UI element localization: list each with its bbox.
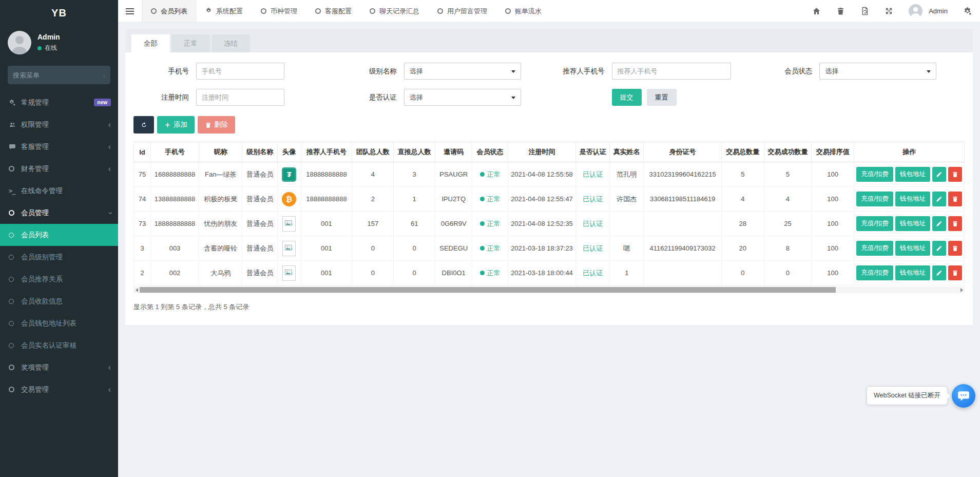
delete-button[interactable] — [948, 167, 962, 182]
fullscreen-icon[interactable] — [885, 7, 893, 15]
clear-cache-icon[interactable] — [860, 7, 869, 15]
tab-chat-logs[interactable]: 聊天记录汇总 — [361, 0, 429, 22]
sidebar-item-general[interactable]: 常规管理new — [0, 91, 118, 113]
cell-referrer: 001 — [301, 236, 352, 261]
tab-coin-mgmt[interactable]: 币种管理 — [252, 0, 306, 22]
top-nav-tabs: 会员列表系统配置币种管理客服配置聊天记录汇总用户留言管理账单流水 — [142, 0, 551, 22]
sidebar-item-finance[interactable]: 财务管理‹ — [0, 158, 118, 180]
referrer-input[interactable] — [612, 63, 731, 80]
sidebar-item-member-kyc[interactable]: 会员实名认证审核 — [0, 334, 118, 356]
verified-badge: 已认证 — [583, 244, 603, 252]
filter-tab-all[interactable]: 全部 — [131, 34, 170, 52]
cogs-icon — [9, 99, 21, 106]
status-badge: 正常 — [480, 219, 501, 228]
sidebar-item-members[interactable]: 会员管理‹ — [0, 202, 118, 224]
sidebar-item-customer-service[interactable]: 客服管理‹ — [0, 136, 118, 158]
sidebar-item-member-wallet[interactable]: 会员钱包地址列表 — [0, 312, 118, 334]
cell-avatar: ₮ — [277, 162, 301, 187]
sidebar-item-member-level[interactable]: 会员级别管理 — [0, 246, 118, 268]
delete-button[interactable] — [948, 241, 962, 256]
wallet-address-button[interactable]: 钱包地址 — [895, 167, 930, 182]
column-header: 交易成功数量 — [764, 142, 811, 162]
chevron-left-icon: ‹ — [108, 143, 111, 151]
sidebar-search-input[interactable] — [13, 71, 103, 79]
scroll-right-arrow[interactable] — [958, 287, 965, 293]
delete-button[interactable] — [948, 265, 962, 280]
edit-button[interactable] — [932, 241, 946, 256]
sidebar-item-member-referral[interactable]: 会员推荐关系 — [0, 268, 118, 290]
pencil-icon — [936, 220, 943, 227]
main-area: 会员列表系统配置币种管理客服配置聊天记录汇总用户留言管理账单流水 Admin 全… — [118, 0, 980, 477]
wallet-address-button[interactable]: 钱包地址 — [895, 265, 930, 280]
edit-button[interactable] — [932, 192, 946, 206]
tab-billing-flow[interactable]: 账单流水 — [496, 0, 551, 22]
cell-idcard: 411621199409173032 — [644, 236, 721, 261]
status-dot — [480, 172, 485, 177]
sidebar-item-trade[interactable]: 交易管理‹ — [0, 378, 118, 400]
app-logo: YB — [0, 0, 118, 26]
sidebar-item-label: 会员收款信息 — [21, 297, 111, 306]
filter-tab-normal[interactable]: 正常 — [171, 34, 210, 52]
sidebar-item-permissions[interactable]: 权限管理‹ — [0, 113, 118, 136]
trash-icon — [952, 220, 958, 227]
column-header: 级别名称 — [242, 142, 278, 162]
wallet-address-button[interactable]: 钱包地址 — [895, 192, 930, 206]
home-icon[interactable] — [812, 7, 821, 15]
sidebar-item-member-payment[interactable]: 会员收款信息 — [0, 290, 118, 312]
recharge-button[interactable]: 充值/扣费 — [856, 216, 893, 231]
reset-button[interactable]: 重置 — [647, 89, 677, 106]
scroll-left-arrow[interactable] — [133, 287, 140, 293]
settings-gears-icon[interactable] — [963, 7, 972, 15]
status-dot — [480, 246, 485, 251]
cell-verified: 已认证 — [576, 261, 610, 285]
refresh-button[interactable] — [133, 116, 154, 133]
scrollbar-track[interactable] — [140, 287, 958, 293]
cell-id: 3 — [134, 236, 151, 261]
column-header: 头像 — [277, 142, 301, 162]
wallet-address-button[interactable]: 钱包地址 — [895, 216, 930, 231]
tab-member-list[interactable]: 会员列表 — [142, 0, 197, 22]
chat-widget-button[interactable] — [952, 384, 975, 408]
new-badge: new — [94, 99, 111, 106]
delete-button[interactable] — [948, 216, 962, 231]
member-status-select[interactable]: 选择 — [819, 63, 936, 80]
sidebar-item-member-list[interactable]: 会员列表 — [0, 224, 118, 246]
tab-system-config[interactable]: 系统配置 — [197, 0, 252, 22]
scrollbar-thumb[interactable] — [140, 287, 836, 293]
column-header: Id — [134, 142, 151, 162]
phone-input[interactable] — [196, 63, 284, 80]
submit-button[interactable]: 提交 — [612, 89, 642, 106]
admin-menu[interactable]: Admin — [929, 7, 948, 15]
recharge-button[interactable]: 充值/扣费 — [856, 265, 893, 280]
filter-tab-frozen[interactable]: 冻结 — [212, 34, 250, 52]
verified-badge: 已认证 — [583, 269, 603, 277]
recharge-button[interactable]: 充值/扣费 — [856, 167, 893, 182]
edit-button[interactable] — [932, 216, 946, 231]
verified-select[interactable]: 选择 — [404, 89, 521, 106]
cell-level: 普通会员 — [242, 212, 278, 236]
refresh-icon — [141, 122, 147, 128]
sidebar-item-awards[interactable]: 奖项管理‹ — [0, 356, 118, 378]
recharge-button[interactable]: 充值/扣费 — [856, 192, 893, 206]
level-select[interactable]: 选择 — [404, 63, 521, 80]
edit-button[interactable] — [932, 265, 946, 280]
cell-register-time: 2021-04-08 12:52:35 — [508, 212, 575, 236]
navbar-avatar[interactable] — [909, 4, 923, 18]
regtime-input[interactable] — [196, 89, 284, 106]
recharge-button[interactable]: 充值/扣费 — [856, 241, 893, 256]
sidebar-item-online-command[interactable]: >_在线命令管理 — [0, 180, 118, 202]
search-icon[interactable] — [103, 71, 105, 79]
cell-invite-code: PSAUGR — [435, 162, 472, 187]
add-button[interactable]: 添加 — [157, 116, 195, 133]
hamburger-menu-icon[interactable] — [118, 0, 142, 22]
bulk-delete-button[interactable]: 删除 — [198, 116, 235, 133]
wallet-address-button[interactable]: 钱包地址 — [895, 241, 930, 256]
tab-service-config[interactable]: 客服配置 — [306, 0, 361, 22]
cell-actions: 充值/扣费钱包地址 — [854, 261, 965, 285]
cell-trade-total: 4 — [721, 187, 764, 212]
edit-button[interactable] — [932, 167, 946, 182]
trash-icon[interactable] — [836, 7, 845, 15]
delete-button[interactable] — [948, 192, 962, 206]
tab-user-messages[interactable]: 用户留言管理 — [429, 0, 496, 22]
sidebar-item-label: 会员级别管理 — [21, 253, 111, 262]
